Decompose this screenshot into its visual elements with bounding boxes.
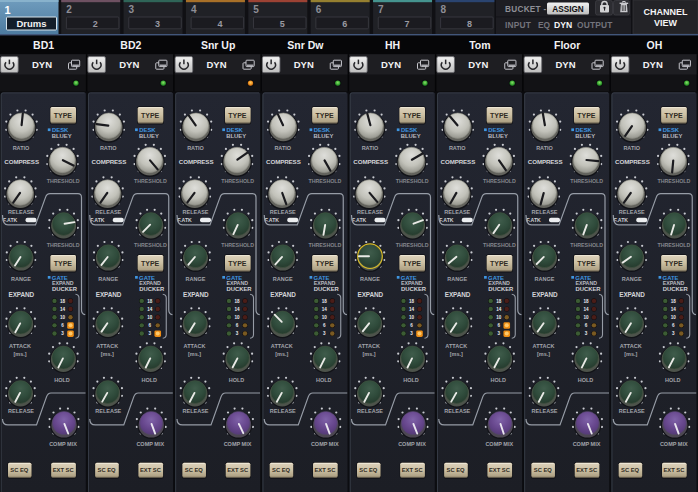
svg-text:8: 8	[467, 19, 472, 29]
svg-text:ATTACK: ATTACK	[9, 344, 31, 350]
svg-text:DESK: DESK	[227, 127, 244, 133]
svg-text:DUCKER: DUCKER	[52, 287, 78, 293]
svg-text:6: 6	[148, 323, 151, 328]
svg-text:Floor: Floor	[554, 39, 580, 51]
svg-text:DUCKER: DUCKER	[401, 287, 427, 293]
svg-text:EXPAND: EXPAND	[619, 291, 645, 298]
svg-text:EXPAND: EXPAND	[226, 280, 248, 286]
svg-text:INPUT: INPUT	[505, 20, 532, 30]
svg-text:DESK: DESK	[576, 127, 593, 133]
svg-text:THRESHOLD: THRESHOLD	[396, 243, 429, 249]
svg-text:ATTACK: ATTACK	[271, 344, 293, 350]
svg-text:RANGE: RANGE	[11, 276, 31, 282]
svg-text:F.ATK: F.ATK	[178, 217, 193, 223]
svg-text:DUCKER: DUCKER	[575, 287, 601, 293]
svg-text:SC EQ: SC EQ	[621, 467, 640, 473]
svg-text:COMP MIX: COMP MIX	[49, 442, 77, 448]
svg-text:TYPE: TYPE	[490, 112, 509, 119]
svg-text:[ms.]: [ms.]	[537, 351, 550, 357]
svg-text:18: 18	[147, 299, 153, 304]
svg-text:10: 10	[671, 315, 677, 320]
svg-text:DUCKER: DUCKER	[314, 287, 340, 293]
svg-text:[ms.]: [ms.]	[188, 351, 201, 357]
svg-text:6: 6	[672, 323, 675, 328]
svg-text:OUTPUT: OUTPUT	[577, 20, 613, 30]
svg-text:14: 14	[496, 307, 502, 312]
svg-text:3: 3	[61, 331, 64, 336]
svg-text:EXT SC: EXT SC	[576, 467, 598, 473]
svg-text:10: 10	[147, 315, 153, 320]
svg-text:THRESHOLD: THRESHOLD	[308, 243, 341, 249]
svg-text:EXT SC: EXT SC	[489, 467, 511, 473]
svg-text:[ms.]: [ms.]	[275, 351, 288, 357]
svg-text:5: 5	[280, 19, 285, 29]
svg-text:4: 4	[217, 19, 222, 29]
svg-text:ATTACK: ATTACK	[358, 344, 380, 350]
svg-text:3: 3	[672, 331, 675, 336]
svg-text:EXPAND: EXPAND	[270, 291, 296, 298]
svg-text:BLUEY: BLUEY	[52, 134, 72, 140]
svg-text:HOLD: HOLD	[54, 378, 70, 384]
svg-text:DYN: DYN	[206, 59, 226, 70]
svg-text:COMPRESS: COMPRESS	[615, 158, 650, 165]
svg-text:THRESHOLD: THRESHOLD	[134, 243, 167, 249]
svg-text:HOLD: HOLD	[403, 378, 419, 384]
svg-text:RELEASE: RELEASE	[183, 409, 209, 415]
svg-text:Tom: Tom	[469, 39, 490, 51]
svg-text:RATIO: RATIO	[623, 145, 640, 151]
svg-text:F.ATK: F.ATK	[265, 217, 280, 223]
svg-text:EXPAND: EXPAND	[9, 291, 35, 298]
svg-text:BLUEY: BLUEY	[488, 134, 508, 140]
svg-text:RELEASE: RELEASE	[357, 409, 383, 415]
svg-text:RATIO: RATIO	[536, 145, 553, 151]
svg-text:DYN: DYN	[468, 59, 488, 70]
svg-text:6: 6	[497, 323, 500, 328]
svg-text:ATTACK: ATTACK	[184, 344, 206, 350]
svg-text:THRESHOLD: THRESHOLD	[657, 178, 690, 184]
svg-text:COMPRESS: COMPRESS	[353, 158, 388, 165]
svg-text:DYN: DYN	[294, 59, 314, 70]
svg-text:6: 6	[342, 19, 347, 29]
svg-text:HOLD: HOLD	[665, 378, 681, 384]
svg-text:Snr Up: Snr Up	[201, 39, 235, 51]
svg-text:SC EQ: SC EQ	[272, 467, 291, 473]
svg-text:RELEASE: RELEASE	[619, 409, 645, 415]
svg-text:14: 14	[409, 307, 415, 312]
svg-text:COMPRESS: COMPRESS	[441, 158, 476, 165]
svg-text:COMP MIX: COMP MIX	[660, 442, 688, 448]
svg-text:3: 3	[410, 331, 413, 336]
svg-text:3: 3	[497, 331, 500, 336]
svg-text:DESK: DESK	[52, 127, 69, 133]
svg-text:BLUEY: BLUEY	[575, 134, 595, 140]
svg-text:10: 10	[322, 315, 328, 320]
svg-text:TYPE: TYPE	[141, 260, 160, 267]
svg-text:[ms.]: [ms.]	[362, 351, 375, 357]
svg-text:6: 6	[236, 323, 239, 328]
svg-text:SC EQ: SC EQ	[359, 467, 378, 473]
svg-text:DYN: DYN	[643, 59, 663, 70]
svg-text:EXPAND: EXPAND	[52, 280, 74, 286]
svg-text:10: 10	[409, 315, 415, 320]
svg-text:THRESHOLD: THRESHOLD	[221, 243, 254, 249]
svg-text:EXPAND: EXPAND	[183, 291, 209, 298]
svg-text:EXT SC: EXT SC	[227, 467, 249, 473]
svg-text:6: 6	[585, 323, 588, 328]
svg-text:Drums: Drums	[16, 18, 46, 29]
svg-text:14: 14	[583, 307, 589, 312]
svg-text:THRESHOLD: THRESHOLD	[308, 178, 341, 184]
svg-text:HOLD: HOLD	[578, 378, 594, 384]
svg-text:THRESHOLD: THRESHOLD	[570, 178, 603, 184]
svg-text:BUCKET: BUCKET	[505, 5, 541, 14]
svg-text:RANGE: RANGE	[273, 276, 293, 282]
svg-text:TYPE: TYPE	[664, 260, 683, 267]
svg-text:ASSIGN: ASSIGN	[552, 5, 583, 14]
svg-text:SC EQ: SC EQ	[98, 467, 117, 473]
svg-text:RANGE: RANGE	[360, 276, 380, 282]
svg-text:TYPE: TYPE	[490, 260, 509, 267]
svg-text:DUCKER: DUCKER	[488, 287, 514, 293]
svg-text:ATTACK: ATTACK	[445, 344, 467, 350]
svg-text:10: 10	[60, 315, 66, 320]
svg-text:7: 7	[405, 19, 410, 29]
svg-text:THRESHOLD: THRESHOLD	[47, 243, 80, 249]
svg-text:DYN: DYN	[554, 20, 572, 30]
